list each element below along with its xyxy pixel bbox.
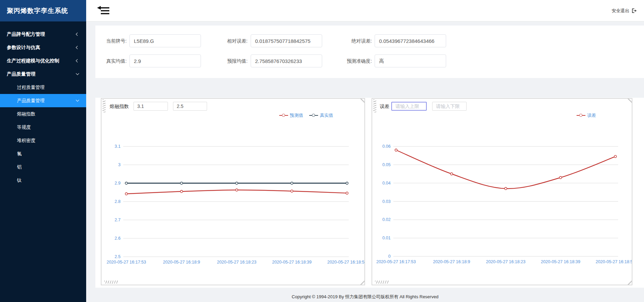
sidebar-item-0[interactable]: 产品牌号配方管理	[0, 28, 86, 41]
svg-text:0.02: 0.02	[382, 217, 391, 222]
svg-text:3.1: 3.1	[115, 144, 121, 149]
sidebar-item-label: 参数设计与仿真	[7, 45, 40, 51]
svg-text:2020-05-27 16:18:53: 2020-05-27 16:18:53	[327, 260, 364, 265]
sidebar-item-label: 产品牌号配方管理	[7, 31, 45, 37]
sidebar-menu: 产品牌号配方管理参数设计与仿真生产过程建模与优化控制产品质量管理过程质量管理产品…	[0, 21, 86, 187]
sidebar-subitem-label: 过程质量管理	[17, 84, 45, 91]
accuracy-input[interactable]	[375, 54, 446, 67]
logout-label: 安全退出	[612, 8, 629, 14]
summary-form-card: 当前牌号: 相对误差: 绝对误差: 真实均值: 预报均值: 预测准确度:	[95, 26, 644, 78]
app-title: 聚丙烯数字孪生系统	[0, 0, 86, 21]
svg-text:2.9: 2.9	[115, 181, 121, 186]
absolute-error-input[interactable]	[375, 34, 446, 47]
svg-text:0: 0	[388, 254, 391, 259]
sidebar-collapse-icon[interactable]	[96, 6, 111, 17]
svg-text:2.6: 2.6	[115, 236, 121, 241]
app-root: 聚丙烯数字孪生系统 产品牌号配方管理参数设计与仿真生产过程建模与优化控制产品质量…	[0, 0, 644, 302]
sidebar-subitem-3[interactable]: 等规度	[0, 121, 86, 134]
chevron-down-icon	[76, 98, 79, 102]
svg-text:2020-05-27 16:18:23: 2020-05-27 16:18:23	[486, 259, 525, 264]
svg-text:2.7: 2.7	[115, 218, 121, 222]
svg-text:2020-05-27 16:18:9: 2020-05-27 16:18:9	[163, 260, 200, 265]
svg-text:2.8: 2.8	[115, 199, 121, 204]
error-chart[interactable]: 0.060.050.040.030.020.0102020-05-27 16:1…	[372, 99, 632, 285]
sidebar-subitem-4[interactable]: 堆积密度	[0, 134, 86, 147]
svg-text:2.5: 2.5	[115, 254, 121, 259]
chevron-left-icon	[76, 33, 79, 36]
svg-text:2020-05-27 16:18:23: 2020-05-27 16:18:23	[217, 260, 256, 265]
svg-text:0.05: 0.05	[382, 162, 391, 167]
svg-text:0.04: 0.04	[382, 181, 391, 186]
sidebar-subitem-label: 钛	[17, 177, 22, 184]
sidebar-item-1[interactable]: 参数设计与仿真	[0, 41, 86, 54]
field-label-current-grade: 当前牌号:	[95, 34, 127, 47]
logout-button[interactable]: 安全退出	[612, 0, 637, 21]
field-label-predicted-mean: 预报均值:	[211, 54, 248, 67]
sidebar-subitem-label: 产品质量管理	[17, 98, 45, 104]
melt-index-chart[interactable]: 3.132.92.82.72.62.52020-05-27 16:17:5320…	[101, 99, 364, 285]
current-grade-input[interactable]	[129, 34, 201, 47]
chevron-left-icon	[76, 59, 79, 63]
sidebar-subitem-label: 氯	[17, 151, 22, 157]
copyright-text: Copyright © 1994-2019 By 恒力集团有限公司版权所有 Al…	[86, 294, 644, 300]
sidebar-subitem-7[interactable]: 钛	[0, 174, 86, 187]
field-label-actual-mean: 真实均值:	[95, 54, 127, 67]
error-chart-panel: 误差 误差 0.060.050.040.030.020.0102020-05-2…	[372, 98, 632, 285]
sidebar-subitem-label: 堆积密度	[17, 138, 35, 144]
field-label-accuracy: 预测准确度:	[330, 54, 372, 67]
svg-text:0.01: 0.01	[382, 236, 391, 240]
chevron-left-icon	[76, 46, 79, 49]
sidebar-item-3[interactable]: 产品质量管理	[0, 67, 86, 81]
topbar: 安全退出	[86, 0, 644, 21]
svg-text:2020-05-27 16:18:9: 2020-05-27 16:18:9	[433, 259, 470, 264]
actual-mean-input[interactable]	[129, 54, 201, 67]
sign-out-icon	[631, 8, 637, 13]
sidebar-subitem-label: 铝	[17, 164, 22, 170]
sidebar-subitem-6[interactable]: 铝	[0, 160, 86, 174]
sidebar-subitem-label: 熔融指数	[17, 111, 35, 117]
sidebar-subitem-1[interactable]: 产品质量管理	[0, 94, 86, 107]
sidebar-item-label: 产品质量管理	[7, 71, 35, 77]
svg-text:0.06: 0.06	[382, 144, 391, 149]
sidebar-subitem-0[interactable]: 过程质量管理	[0, 81, 86, 94]
svg-text:2020-05-27 16:17:53: 2020-05-27 16:17:53	[107, 260, 146, 265]
svg-text:2020-05-27 16:17:53: 2020-05-27 16:17:53	[376, 259, 416, 264]
melt-index-chart-panel: 熔融指数 预测值真实值 3.132.92.82.72.62.52020-05-2…	[101, 98, 365, 285]
sidebar-subitem-label: 等规度	[17, 124, 31, 130]
sidebar-item-2[interactable]: 生产过程建模与优化控制	[0, 54, 86, 67]
sidebar: 聚丙烯数字孪生系统 产品牌号配方管理参数设计与仿真生产过程建模与优化控制产品质量…	[0, 0, 86, 302]
sidebar-subitem-2[interactable]: 熔融指数	[0, 107, 86, 121]
svg-text:2020-05-27 16:18:53: 2020-05-27 16:18:53	[596, 259, 632, 264]
svg-text:2020-05-27 16:18:39: 2020-05-27 16:18:39	[541, 259, 580, 264]
svg-text:3: 3	[118, 162, 121, 167]
sidebar-item-label: 生产过程建模与优化控制	[7, 58, 59, 64]
chevron-down-icon	[76, 72, 79, 75]
sidebar-subitem-5[interactable]: 氯	[0, 147, 86, 160]
field-label-absolute-error: 绝对误差:	[330, 34, 372, 47]
charts-card: 熔融指数 预测值真实值 3.132.92.82.72.62.52020-05-2…	[95, 98, 644, 288]
relative-error-input[interactable]	[251, 34, 322, 47]
field-label-relative-error: 相对误差:	[211, 34, 248, 47]
predicted-mean-input[interactable]	[251, 54, 322, 67]
svg-text:2020-05-27 16:18:39: 2020-05-27 16:18:39	[272, 260, 312, 265]
svg-text:0.03: 0.03	[382, 199, 391, 204]
